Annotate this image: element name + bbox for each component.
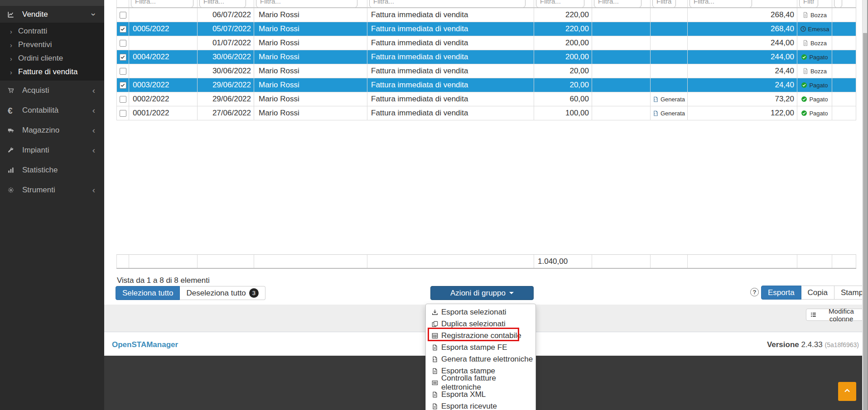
cell-stato: Bozza	[797, 64, 832, 78]
cell-descrizione: Fattura immediata di vendita	[367, 78, 534, 92]
chevron-right-icon: ›	[10, 41, 12, 49]
gear-icon	[8, 187, 19, 193]
filter-totale-input[interactable]	[690, 0, 752, 7]
menu-item[interactable]: Esporta stampe FE	[426, 342, 535, 353]
cell-totale: 244,00	[688, 50, 797, 64]
cell-select	[116, 78, 129, 92]
table-row[interactable]: 0001/2022 27/06/2022 Mario Rossi Fattura…	[116, 106, 856, 120]
cell-riba	[592, 64, 651, 78]
table-row[interactable]: 01/07/2022 Mario Rossi Fattura immediata…	[116, 36, 856, 50]
table-row[interactable]: 0003/2022 29/06/2022 Mario Rossi Fattura…	[116, 78, 856, 92]
filter-cell-checkbox	[116, 0, 129, 7]
cell-cliente: Mario Rossi	[254, 36, 367, 50]
cell-descrizione: Fattura immediata di vendita	[367, 36, 534, 50]
cell-imponibile: 200,00	[534, 50, 592, 64]
row-checkbox[interactable]	[120, 26, 126, 33]
sidebar-subitem[interactable]: › Contratti	[0, 24, 104, 38]
copy-button[interactable]: Copia	[801, 286, 834, 300]
cell-select	[116, 22, 129, 36]
menu-item[interactable]: Esporta ricevute	[426, 400, 535, 410]
row-checkbox[interactable]	[120, 68, 126, 75]
tools-icon	[8, 147, 19, 153]
select-all-button[interactable]: Seleziona tutto	[116, 286, 180, 300]
help-icon[interactable]: ?	[750, 288, 759, 296]
filter-extra-input[interactable]	[834, 0, 842, 7]
scroll-top-button[interactable]	[838, 382, 856, 401]
group-actions-button[interactable]: Azioni di gruppo	[430, 286, 534, 300]
row-checkbox[interactable]	[120, 54, 126, 61]
row-checkbox[interactable]	[120, 96, 126, 103]
check-circle-icon	[801, 54, 807, 60]
cell-totale: 244,00	[688, 36, 797, 50]
group-actions-label: Azioni di gruppo	[450, 289, 506, 298]
status-label: Bozza	[810, 68, 827, 75]
file-generated-icon	[653, 110, 659, 116]
filter-data-input[interactable]	[199, 0, 246, 7]
sidebar-subitem-label: Preventivi	[18, 40, 52, 49]
cell-imponibile: 220,00	[534, 8, 592, 22]
table-row[interactable]: 0004/2022 30/06/2022 Mario Rossi Fattura…	[116, 50, 856, 64]
euro-icon: €	[8, 106, 19, 115]
cell-stato: Pagato	[797, 78, 832, 92]
cell-riba	[592, 22, 651, 36]
table-row[interactable]: 30/06/2022 Mario Rossi Fattura immediata…	[116, 64, 856, 78]
sidebar-subitem[interactable]: › Ordini cliente	[0, 52, 104, 65]
filter-descrizione-input[interactable]	[369, 0, 526, 7]
cell-imponibile: 220,00	[534, 22, 592, 36]
row-checkbox[interactable]	[120, 110, 126, 117]
cell-cliente: Mario Rossi	[254, 78, 367, 92]
table-row[interactable]: 0002/2022 29/06/2022 Mario Rossi Fattura…	[116, 92, 856, 106]
filter-col7-input[interactable]	[594, 0, 641, 7]
download-icon	[432, 309, 438, 315]
file-doc-icon	[432, 403, 438, 410]
sidebar-group-label: Statistiche	[22, 166, 58, 175]
row-checkbox[interactable]	[120, 82, 126, 89]
table-row[interactable]: 06/07/2022 Mario Rossi Fattura immediata…	[116, 8, 856, 22]
table-row[interactable]: 0005/2022 05/07/2022 Mario Rossi Fattura…	[116, 22, 856, 36]
filter-stato-input[interactable]	[799, 0, 818, 7]
menu-item[interactable]: Controlla fatture elettroniche	[426, 377, 535, 389]
cell-numero: 0005/2022	[129, 22, 198, 36]
cell-extra	[832, 64, 856, 78]
menu-item[interactable]: Duplica selezionati	[426, 318, 535, 330]
sidebar-subitem[interactable]: › Fatture di vendita	[0, 65, 104, 79]
cell-extra	[832, 22, 856, 36]
row-checkbox[interactable]	[120, 40, 126, 47]
app-window: Vendite › › Contratti › Preventivi › Ord…	[0, 0, 868, 410]
sidebar-group-item[interactable]: Magazzino ‹	[0, 120, 104, 140]
cell-numero: 0001/2022	[129, 106, 198, 120]
brand-link[interactable]: OpenSTAManager	[112, 340, 178, 349]
sidebar-group-item[interactable]: Strumenti ‹	[0, 180, 104, 200]
sidebar-group-item[interactable]: Acquisti ‹	[0, 81, 104, 100]
sidebar-group-label: Acquisti	[22, 86, 49, 95]
modify-columns-button[interactable]: Modifica colonne	[806, 309, 868, 321]
filter-imponibile-input[interactable]	[536, 0, 584, 7]
menu-item[interactable]: Registrazione contabile	[426, 330, 535, 342]
cell-riba	[592, 92, 651, 106]
columns-icon	[810, 312, 816, 318]
sidebar-group-item[interactable]: Impianti ‹	[0, 140, 104, 160]
cell-select	[116, 8, 129, 22]
cell-totale: 268,40	[688, 22, 797, 36]
menu-item[interactable]: Genera fatture elettroniche	[426, 353, 535, 365]
sidebar-group-item[interactable]: € Contabilità ‹	[0, 100, 104, 120]
filter-cliente-input[interactable]	[256, 0, 357, 7]
cell-numero	[129, 64, 198, 78]
filter-fe-input[interactable]	[652, 0, 676, 7]
sidebar-submenu-vendite: › Contratti › Preventivi › Ordini client…	[0, 23, 104, 81]
cell-fe: Generata	[651, 106, 688, 120]
modify-columns-label: Modifica colonne	[819, 307, 863, 323]
cell-totale: 73,20	[688, 92, 797, 106]
file-generated-icon	[653, 96, 659, 102]
sidebar-item-vendite[interactable]: Vendite ›	[0, 6, 104, 23]
row-checkbox[interactable]	[120, 12, 126, 19]
menu-item[interactable]: Esporta selezionati	[426, 306, 535, 318]
file-doc-icon	[432, 344, 438, 351]
deselect-all-button[interactable]: Deseleziona tutto 3	[180, 286, 265, 300]
draft-file-icon	[802, 40, 809, 46]
sidebar-subitem[interactable]: › Preventivi	[0, 38, 104, 52]
menu-item-label: Controlla fatture elettroniche	[441, 374, 535, 392]
sidebar-group-item[interactable]: Statistiche ‹	[0, 160, 104, 180]
export-button[interactable]: Esporta	[761, 286, 801, 300]
filter-numero-input[interactable]	[131, 0, 193, 7]
